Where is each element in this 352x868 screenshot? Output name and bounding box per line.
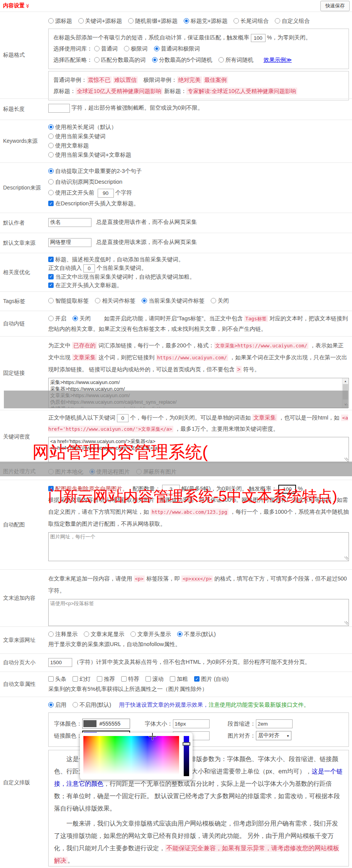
fixed-link-textarea[interactable]: 采集>https://www.ucaiyun.com/采集器>https://w… (48, 378, 349, 408)
radio-icon (48, 134, 54, 139)
resize-grip-icon[interactable] (344, 621, 348, 625)
image-align-select[interactable]: 居中对齐 ▾ (256, 731, 291, 740)
radio-option[interactable]: 自动识别原网页Description (48, 179, 122, 185)
radio-option[interactable]: 当前采集关键词作标签 (142, 298, 205, 304)
radio-icon (48, 190, 54, 195)
checkbox-option[interactable]: 头条 (48, 676, 66, 682)
font-color-field[interactable]: #555555 (82, 719, 130, 729)
chevron-down-icon[interactable]: ≫ (25, 4, 30, 8)
radio-option[interactable]: 使用当前采集关键词 (48, 132, 343, 141)
auto-image-textarea[interactable]: 图片网址，每行一个 (48, 532, 349, 561)
auto-image-count-post: 幅(最多5幅)，为0则关闭。 触发概率： (181, 486, 277, 492)
scrollbar-thumb[interactable] (343, 384, 348, 399)
radio-option[interactable]: 极限词 (124, 46, 148, 52)
checkbox-option[interactable]: 标题、描述相关度低时，自动添加当前采集关键词。 (48, 256, 184, 262)
option-label: 源标题 (55, 18, 72, 24)
radio-option[interactable]: 普通词 (94, 46, 118, 52)
textarea-line: <a href='https://www.ucaiyun.com/'>文章采集<… (50, 445, 341, 451)
auto-image-delete-checkbox: 配图前先删除原文自带图片。 (48, 486, 134, 492)
page-size-input[interactable] (48, 658, 72, 667)
checkbox-option[interactable]: 图片 (自动) (194, 676, 229, 682)
title-length-input[interactable] (48, 104, 70, 113)
radio-option[interactable]: 图片本地化 (48, 469, 83, 475)
field-label-title-length: 标题长度 (0, 99, 48, 120)
radio-option[interactable]: 关闭 (73, 315, 91, 321)
radio-option[interactable]: 注释显示 (48, 631, 78, 637)
indent-input[interactable] (256, 719, 293, 728)
quick-save-button[interactable]: 快速保存 (320, 1, 350, 11)
title-probability-input[interactable] (251, 34, 266, 42)
radio-option[interactable]: 自定义组合 (275, 18, 310, 24)
checkbox-option[interactable]: 在正文开头插入文章标题。 (48, 282, 122, 288)
radio-option[interactable]: 智能提取标签 (48, 298, 89, 304)
field-label-append-content: 文末追加内容 (0, 570, 48, 626)
textarea-placeholder: 请使用<p>段落标签 (50, 600, 341, 607)
radio-option[interactable]: 长尾词组合 (234, 18, 269, 24)
font-size-input[interactable] (173, 719, 210, 728)
resize-grip-icon[interactable] (344, 403, 348, 407)
checkbox-option[interactable]: 幻灯 (73, 676, 91, 682)
radio-option[interactable]: 使用文章标题 (48, 141, 343, 150)
picker-crosshair-icon[interactable] (149, 733, 156, 740)
title-format-settings-box: 在标题头部添加一个有吸引力的短语，系统自动计算，保证最佳匹配，触发概率 %，为零… (48, 29, 349, 69)
strategy-label: 选择匹配策略： (53, 57, 93, 63)
effect-example-link[interactable]: 效果示例≫ (264, 57, 292, 63)
auto-image-probability-input[interactable] (278, 485, 296, 494)
checkbox-option[interactable]: 配图前先删除原文自带图片。 (48, 486, 128, 492)
radio-option[interactable]: 关键词+源标题 (78, 18, 122, 24)
row-default-author: 默认作者 总是直接使用该作者，而不会从网页采集 (0, 213, 352, 233)
scroll-up-icon[interactable]: ▲ (342, 378, 349, 384)
option-label: 幻灯 (80, 676, 91, 682)
checkbox-option[interactable]: 滚动 (146, 676, 164, 682)
radio-option[interactable]: 开启 (48, 315, 66, 321)
radio-option[interactable]: 使用相关长尾词（默认） (48, 122, 343, 132)
brightness-slider[interactable] (184, 736, 189, 776)
radio-option[interactable]: 文章末尾显示 (84, 631, 124, 637)
row-auto-image: 自动配图 配图前先删除原文自带图片。 配图数量： 幅(最多5幅)，为0则关闭。 … (0, 480, 352, 569)
radio-option[interactable]: 分数最高的5个词随机 (152, 57, 213, 63)
default-source-input[interactable] (48, 238, 91, 247)
field-label-keyword-density: 关键词密度 (0, 410, 48, 463)
auto-image-count-input[interactable] (162, 485, 180, 494)
radio-option[interactable]: 关闭 (211, 298, 229, 304)
slider-handle[interactable] (183, 742, 190, 746)
radio-option[interactable]: 源标题 (48, 18, 72, 24)
checkbox-option[interactable]: 特荐 (121, 676, 139, 682)
radio-option[interactable]: 使用远程图片 (90, 469, 130, 475)
radio-option[interactable]: 标题党+源标题 (184, 18, 227, 24)
checkbox-option[interactable]: 加粗 (170, 676, 188, 682)
radio-option[interactable]: 所有词随机 (218, 57, 254, 63)
radio-option[interactable]: 自动提取正文中最重要的2-3个句子 (48, 168, 142, 174)
saturation-gradient[interactable] (83, 736, 179, 776)
radio-option[interactable]: 普通词和极限词 (154, 46, 200, 52)
checkbox-option[interactable]: 推荐 (97, 676, 115, 682)
title-length-note: 字符，超出部分将被强制截断。留空或设为0则不限。 (71, 105, 203, 111)
field-label-relevance: 相关度优化 (0, 253, 48, 291)
row-fixed-link: 固定链接 为正文中 已存在的 词汇添加链接，每行一个，最多200个，格式：文章采… (0, 336, 352, 410)
radio-option[interactable]: 不启用(默认) (73, 702, 111, 708)
default-author-input[interactable] (48, 218, 91, 227)
radio-option[interactable]: 启用 (48, 702, 66, 708)
density-count-input[interactable] (117, 414, 129, 422)
radio-option[interactable]: 随机前缀+源标题 (128, 18, 178, 24)
radio-option[interactable]: 使用当前采集关键词+文章标题 (48, 150, 343, 159)
color-picker-popup[interactable] (80, 733, 193, 780)
append-content-textarea[interactable]: 请使用<p>段落标签 (48, 599, 349, 626)
radio-option[interactable]: 匹配分数最高的词 (94, 57, 146, 63)
radio-option[interactable]: 使用正文开头前 (48, 190, 95, 196)
relevance-insert-count-input[interactable] (83, 264, 95, 272)
keyword-density-textarea[interactable]: <a href='https://www.ucaiyun.com/'>采集器</… (48, 437, 349, 462)
checkbox-option[interactable]: 在Description开头插入文章标题。 (48, 200, 139, 206)
description-prefix-chars-input[interactable] (98, 189, 114, 198)
field-label-tags: Tags标签 (0, 292, 48, 311)
radio-option[interactable]: 文章开头显示 (130, 631, 171, 637)
resize-grip-icon[interactable] (344, 458, 348, 462)
radio-option[interactable]: 不显示(默认) (177, 631, 216, 637)
radio-option[interactable]: 相关词作标签 (95, 298, 135, 304)
checkbox-option[interactable]: 当正文中出现当前采集关键词时，自动把该关键词加粗。 (48, 274, 195, 280)
radio-option[interactable]: 屏蔽所有图片 (136, 469, 177, 475)
resize-grip-icon[interactable] (344, 557, 348, 560)
text-segment: 难以置信 (113, 76, 138, 83)
font-size-label: 字体大小： (145, 720, 173, 728)
article-attrs-note: 采集到的文章有5%机率获得以上所选属性之一（图片属性除外） (48, 684, 349, 694)
